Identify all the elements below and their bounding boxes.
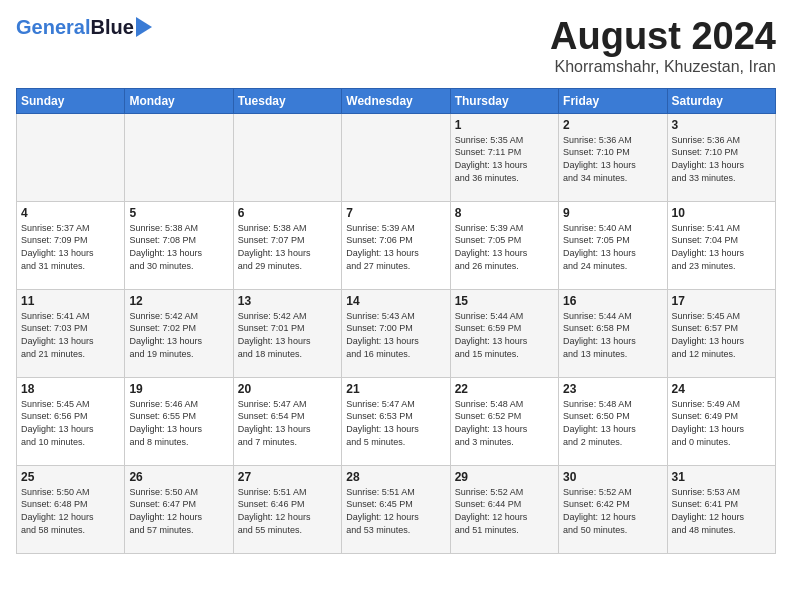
day-number: 2 [563,118,662,132]
table-row: 1Sunrise: 5:35 AM Sunset: 7:11 PM Daylig… [450,113,558,201]
table-row: 31Sunrise: 5:53 AM Sunset: 6:41 PM Dayli… [667,465,775,553]
day-number: 15 [455,294,554,308]
day-info: Sunrise: 5:44 AM Sunset: 6:58 PM Dayligh… [563,311,636,359]
day-info: Sunrise: 5:49 AM Sunset: 6:49 PM Dayligh… [672,399,745,447]
table-row: 27Sunrise: 5:51 AM Sunset: 6:46 PM Dayli… [233,465,341,553]
day-info: Sunrise: 5:43 AM Sunset: 7:00 PM Dayligh… [346,311,419,359]
day-number: 22 [455,382,554,396]
day-number: 20 [238,382,337,396]
table-row [17,113,125,201]
table-row: 8Sunrise: 5:39 AM Sunset: 7:05 PM Daylig… [450,201,558,289]
day-number: 3 [672,118,771,132]
day-number: 31 [672,470,771,484]
day-info: Sunrise: 5:47 AM Sunset: 6:54 PM Dayligh… [238,399,311,447]
day-number: 12 [129,294,228,308]
day-number: 24 [672,382,771,396]
table-row: 28Sunrise: 5:51 AM Sunset: 6:45 PM Dayli… [342,465,450,553]
calendar-week-row: 11Sunrise: 5:41 AM Sunset: 7:03 PM Dayli… [17,289,776,377]
day-number: 13 [238,294,337,308]
day-info: Sunrise: 5:52 AM Sunset: 6:44 PM Dayligh… [455,487,528,535]
day-number: 1 [455,118,554,132]
day-info: Sunrise: 5:48 AM Sunset: 6:50 PM Dayligh… [563,399,636,447]
calendar-week-row: 25Sunrise: 5:50 AM Sunset: 6:48 PM Dayli… [17,465,776,553]
day-info: Sunrise: 5:38 AM Sunset: 7:08 PM Dayligh… [129,223,202,271]
day-number: 5 [129,206,228,220]
header-wednesday: Wednesday [342,88,450,113]
day-number: 10 [672,206,771,220]
day-info: Sunrise: 5:46 AM Sunset: 6:55 PM Dayligh… [129,399,202,447]
day-number: 4 [21,206,120,220]
day-number: 7 [346,206,445,220]
header-friday: Friday [559,88,667,113]
day-info: Sunrise: 5:53 AM Sunset: 6:41 PM Dayligh… [672,487,745,535]
day-number: 17 [672,294,771,308]
day-number: 6 [238,206,337,220]
day-number: 19 [129,382,228,396]
header-monday: Monday [125,88,233,113]
table-row: 20Sunrise: 5:47 AM Sunset: 6:54 PM Dayli… [233,377,341,465]
table-row: 30Sunrise: 5:52 AM Sunset: 6:42 PM Dayli… [559,465,667,553]
logo: GeneralBlue Blue [16,16,152,39]
table-row: 16Sunrise: 5:44 AM Sunset: 6:58 PM Dayli… [559,289,667,377]
day-info: Sunrise: 5:52 AM Sunset: 6:42 PM Dayligh… [563,487,636,535]
title-block: August 2024 Khorramshahr, Khuzestan, Ira… [550,16,776,76]
table-row: 6Sunrise: 5:38 AM Sunset: 7:07 PM Daylig… [233,201,341,289]
table-row [233,113,341,201]
header-thursday: Thursday [450,88,558,113]
table-row: 21Sunrise: 5:47 AM Sunset: 6:53 PM Dayli… [342,377,450,465]
day-info: Sunrise: 5:45 AM Sunset: 6:56 PM Dayligh… [21,399,94,447]
table-row [342,113,450,201]
day-info: Sunrise: 5:50 AM Sunset: 6:48 PM Dayligh… [21,487,94,535]
calendar-week-row: 18Sunrise: 5:45 AM Sunset: 6:56 PM Dayli… [17,377,776,465]
table-row: 13Sunrise: 5:42 AM Sunset: 7:01 PM Dayli… [233,289,341,377]
table-row: 24Sunrise: 5:49 AM Sunset: 6:49 PM Dayli… [667,377,775,465]
day-info: Sunrise: 5:41 AM Sunset: 7:04 PM Dayligh… [672,223,745,271]
day-info: Sunrise: 5:44 AM Sunset: 6:59 PM Dayligh… [455,311,528,359]
table-row: 11Sunrise: 5:41 AM Sunset: 7:03 PM Dayli… [17,289,125,377]
day-number: 28 [346,470,445,484]
table-row: 23Sunrise: 5:48 AM Sunset: 6:50 PM Dayli… [559,377,667,465]
day-info: Sunrise: 5:51 AM Sunset: 6:46 PM Dayligh… [238,487,311,535]
day-info: Sunrise: 5:39 AM Sunset: 7:06 PM Dayligh… [346,223,419,271]
day-number: 8 [455,206,554,220]
day-number: 23 [563,382,662,396]
day-number: 21 [346,382,445,396]
day-info: Sunrise: 5:50 AM Sunset: 6:47 PM Dayligh… [129,487,202,535]
table-row: 7Sunrise: 5:39 AM Sunset: 7:06 PM Daylig… [342,201,450,289]
calendar-header-row: Sunday Monday Tuesday Wednesday Thursday… [17,88,776,113]
table-row [125,113,233,201]
day-info: Sunrise: 5:47 AM Sunset: 6:53 PM Dayligh… [346,399,419,447]
header-sunday: Sunday [17,88,125,113]
month-title: August 2024 [550,16,776,58]
table-row: 5Sunrise: 5:38 AM Sunset: 7:08 PM Daylig… [125,201,233,289]
day-number: 26 [129,470,228,484]
logo-text: GeneralBlue [16,16,134,39]
day-info: Sunrise: 5:41 AM Sunset: 7:03 PM Dayligh… [21,311,94,359]
day-number: 27 [238,470,337,484]
header-tuesday: Tuesday [233,88,341,113]
day-info: Sunrise: 5:40 AM Sunset: 7:05 PM Dayligh… [563,223,636,271]
calendar-week-row: 4Sunrise: 5:37 AM Sunset: 7:09 PM Daylig… [17,201,776,289]
day-number: 30 [563,470,662,484]
table-row: 4Sunrise: 5:37 AM Sunset: 7:09 PM Daylig… [17,201,125,289]
location-title: Khorramshahr, Khuzestan, Iran [550,58,776,76]
table-row: 14Sunrise: 5:43 AM Sunset: 7:00 PM Dayli… [342,289,450,377]
table-row: 17Sunrise: 5:45 AM Sunset: 6:57 PM Dayli… [667,289,775,377]
day-info: Sunrise: 5:37 AM Sunset: 7:09 PM Dayligh… [21,223,94,271]
day-number: 11 [21,294,120,308]
day-info: Sunrise: 5:39 AM Sunset: 7:05 PM Dayligh… [455,223,528,271]
day-number: 14 [346,294,445,308]
table-row: 10Sunrise: 5:41 AM Sunset: 7:04 PM Dayli… [667,201,775,289]
day-info: Sunrise: 5:35 AM Sunset: 7:11 PM Dayligh… [455,135,528,183]
table-row: 18Sunrise: 5:45 AM Sunset: 6:56 PM Dayli… [17,377,125,465]
day-info: Sunrise: 5:42 AM Sunset: 7:01 PM Dayligh… [238,311,311,359]
header: GeneralBlue Blue August 2024 Khorramshah… [16,16,776,76]
table-row: 29Sunrise: 5:52 AM Sunset: 6:44 PM Dayli… [450,465,558,553]
table-row: 19Sunrise: 5:46 AM Sunset: 6:55 PM Dayli… [125,377,233,465]
table-row: 26Sunrise: 5:50 AM Sunset: 6:47 PM Dayli… [125,465,233,553]
table-row: 12Sunrise: 5:42 AM Sunset: 7:02 PM Dayli… [125,289,233,377]
day-info: Sunrise: 5:48 AM Sunset: 6:52 PM Dayligh… [455,399,528,447]
table-row: 9Sunrise: 5:40 AM Sunset: 7:05 PM Daylig… [559,201,667,289]
table-row: 3Sunrise: 5:36 AM Sunset: 7:10 PM Daylig… [667,113,775,201]
day-number: 9 [563,206,662,220]
